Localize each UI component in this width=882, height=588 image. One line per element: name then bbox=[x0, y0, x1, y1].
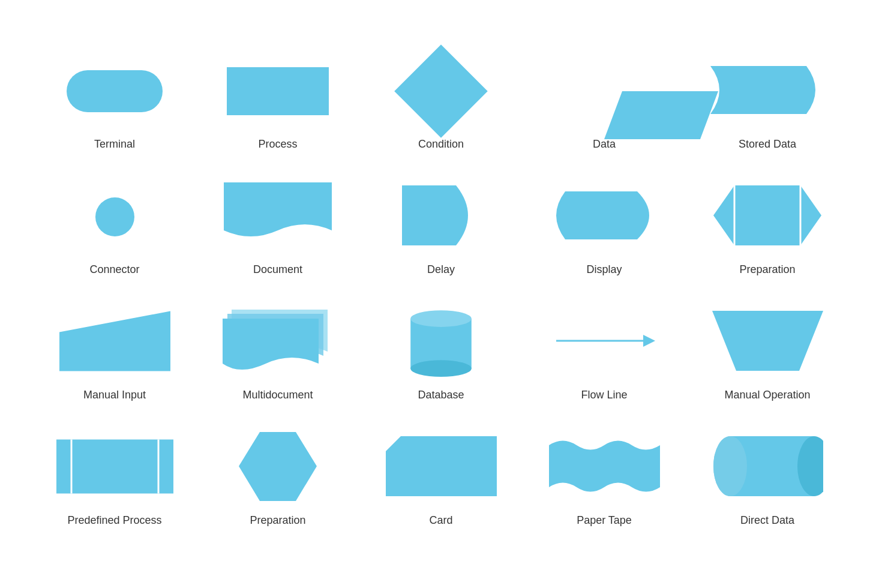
svg-marker-0 bbox=[604, 91, 718, 139]
data-label: Data bbox=[593, 138, 616, 151]
svg-marker-1 bbox=[713, 185, 821, 245]
terminal-shape-area bbox=[55, 55, 175, 127]
paper-tape-cell: Paper Tape bbox=[523, 419, 686, 545]
stored-data-label: Stored Data bbox=[739, 138, 796, 151]
svg-marker-9 bbox=[643, 335, 655, 347]
process-label: Process bbox=[258, 138, 297, 151]
condition-shape bbox=[394, 44, 488, 138]
preparation2-label: Preparation bbox=[250, 514, 305, 527]
display-cell: Display bbox=[523, 169, 686, 294]
display-shape-area bbox=[544, 181, 664, 253]
terminal-label: Terminal bbox=[94, 138, 135, 151]
connector-cell: Connector bbox=[33, 169, 196, 294]
preparation-label: Preparation bbox=[739, 263, 795, 276]
direct-data-shape-area bbox=[707, 431, 827, 503]
process-shape bbox=[227, 67, 329, 115]
multidocument-label: Multidocument bbox=[242, 389, 313, 401]
paper-tape-shape bbox=[549, 436, 660, 499]
predefined-process-shape-area bbox=[55, 431, 175, 503]
document-shape-area bbox=[218, 181, 338, 253]
delay-cell: Delay bbox=[359, 169, 523, 294]
condition-label: Condition bbox=[418, 138, 464, 151]
condition-cell: Condition bbox=[359, 43, 523, 169]
preparation-shape-area bbox=[707, 181, 827, 253]
manual-operation-cell: Manual Operation bbox=[686, 294, 849, 419]
terminal-shape bbox=[67, 70, 163, 112]
document-label: Document bbox=[253, 263, 302, 276]
svg-marker-4 bbox=[59, 311, 170, 371]
paper-tape-label: Paper Tape bbox=[577, 514, 632, 527]
database-label: Database bbox=[418, 389, 464, 401]
database-cell: Database bbox=[359, 294, 523, 419]
manual-operation-shape-area bbox=[707, 306, 827, 378]
manual-input-label: Manual Input bbox=[83, 389, 146, 401]
data-cell: Data bbox=[523, 43, 686, 169]
svg-rect-11 bbox=[56, 439, 173, 493]
flow-line-shape bbox=[550, 323, 658, 361]
process-cell: Process bbox=[196, 43, 359, 169]
preparation2-shape-area bbox=[218, 431, 338, 503]
preparation-shape bbox=[713, 182, 821, 251]
preparation2-cell: Preparation bbox=[196, 419, 359, 545]
data-shape-area bbox=[544, 55, 664, 127]
connector-shape bbox=[95, 197, 134, 236]
document-cell: Document bbox=[196, 169, 359, 294]
manual-operation-shape bbox=[712, 308, 823, 376]
display-label: Display bbox=[586, 263, 622, 276]
direct-data-label: Direct Data bbox=[740, 514, 794, 527]
card-shape bbox=[386, 436, 497, 499]
direct-data-shape bbox=[712, 433, 823, 502]
preparation-cell: Preparation bbox=[686, 169, 849, 294]
stored-data-shape bbox=[710, 66, 824, 116]
svg-marker-14 bbox=[239, 432, 317, 501]
connector-shape-area bbox=[55, 181, 175, 253]
stored-data-shape-area bbox=[707, 55, 827, 127]
delay-shape bbox=[402, 185, 480, 248]
card-cell: Card bbox=[359, 419, 523, 545]
paper-tape-shape-area bbox=[544, 431, 664, 503]
predefined-process-cell: Predefined Process bbox=[33, 419, 196, 545]
condition-shape-area bbox=[381, 55, 501, 127]
preparation2-shape bbox=[239, 432, 317, 503]
flow-line-label: Flow Line bbox=[581, 389, 627, 401]
manual-input-shape-area bbox=[55, 306, 175, 378]
svg-point-7 bbox=[410, 310, 472, 327]
card-label: Card bbox=[429, 514, 452, 527]
svg-point-20 bbox=[713, 436, 747, 496]
svg-marker-10 bbox=[712, 311, 823, 371]
multidocument-shape-area bbox=[218, 306, 338, 378]
document-shape bbox=[224, 182, 332, 251]
manual-input-shape bbox=[59, 310, 170, 375]
process-shape-area bbox=[218, 55, 338, 127]
manual-input-cell: Manual Input bbox=[33, 294, 196, 419]
delay-shape-area bbox=[381, 181, 501, 253]
predefined-process-shape bbox=[56, 438, 173, 497]
database-shape bbox=[405, 305, 477, 379]
multidocument-cell: Multidocument bbox=[196, 294, 359, 419]
flow-line-shape-area bbox=[544, 306, 664, 378]
delay-label: Delay bbox=[427, 263, 455, 276]
card-shape-area bbox=[381, 431, 501, 503]
predefined-process-label: Predefined Process bbox=[67, 514, 161, 527]
database-shape-area bbox=[381, 306, 501, 378]
manual-operation-label: Manual Operation bbox=[724, 389, 810, 401]
connector-label: Connector bbox=[89, 263, 139, 276]
direct-data-cell: Direct Data bbox=[686, 419, 849, 545]
svg-point-6 bbox=[410, 360, 472, 377]
svg-marker-15 bbox=[386, 436, 497, 496]
display-shape bbox=[547, 191, 661, 242]
multidocument-shape bbox=[223, 307, 334, 378]
terminal-cell: Terminal bbox=[33, 43, 196, 169]
flow-line-cell: Flow Line bbox=[523, 294, 686, 419]
flowchart-symbols-grid: Terminal Process Condition Data bbox=[21, 31, 861, 557]
